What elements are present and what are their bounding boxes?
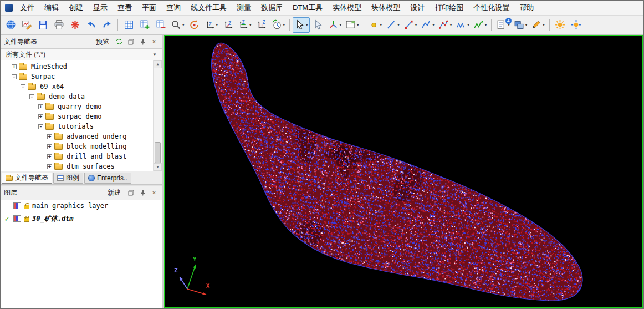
tree-expander[interactable]: +	[47, 134, 52, 139]
dropdown-arrow-icon[interactable]: ▾	[182, 23, 185, 27]
point-marker-button[interactable]: ▾	[367, 17, 384, 33]
dropdown-arrow-icon[interactable]: ▾	[380, 23, 382, 27]
tree-item-minesched[interactable]: +MineSched	[1, 62, 162, 72]
layer-check[interactable]: ✓	[3, 215, 11, 223]
menu-item-line-tools[interactable]: 线文件工具	[186, 1, 232, 15]
scroll-up-icon[interactable]: ▲	[154, 60, 162, 68]
viewport-layout-button[interactable]: ▾	[344, 17, 361, 33]
lock-icon[interactable]	[24, 205, 29, 209]
section-z-button[interactable]: Z▾	[236, 17, 253, 33]
tab-file-navigator[interactable]: 文件导航器	[2, 173, 52, 184]
dropdown-arrow-icon[interactable]: ▾	[467, 23, 469, 27]
pin-panel-icon[interactable]	[138, 189, 147, 197]
dropdown-arrow-icon[interactable]: ▾	[415, 23, 417, 27]
draw-pencil-button[interactable]: ▾	[529, 17, 546, 33]
tree-expander[interactable]: -	[38, 124, 43, 129]
tree-expander[interactable]: +	[38, 114, 43, 119]
dropdown-arrow-icon[interactable]: ▾	[432, 23, 435, 27]
menu-item-dtm-tools[interactable]: DTM工具	[288, 1, 328, 15]
menu-item-block-model[interactable]: 块体模型	[366, 1, 405, 15]
tree-item-69-x64[interactable]: -69_x64	[1, 82, 162, 92]
menu-item-customize[interactable]: 个性化设置	[468, 1, 514, 15]
renumber-string-button[interactable]: ▾	[472, 17, 489, 33]
graphics-viewport[interactable]: Y Z X	[164, 35, 643, 308]
preview-button[interactable]: 预览	[93, 37, 112, 47]
tree-expander[interactable]: -	[21, 84, 25, 89]
line-endpoints-button[interactable]: ▾	[402, 17, 419, 33]
lock-icon[interactable]	[24, 217, 29, 222]
redo-button[interactable]	[99, 17, 115, 33]
dropdown-arrow-icon[interactable]: ▾	[340, 23, 342, 27]
plot-edit-button[interactable]	[19, 17, 34, 33]
line-button[interactable]: ▾	[384, 17, 401, 33]
tab-enterprise[interactable]: Enterpris..	[84, 173, 131, 184]
menu-item-inquire[interactable]: 查询	[161, 1, 186, 15]
magnifier-button[interactable]: ▾	[169, 17, 186, 33]
tree-scrollbar[interactable]: ▲ ▼	[153, 60, 162, 171]
file-filter-dropdown[interactable]: 所有文件 (*.*) ▼	[1, 48, 162, 60]
layer-row-main-graphics[interactable]: main graphics layer	[1, 200, 162, 212]
dropdown-arrow-icon[interactable]: ▾	[525, 23, 528, 27]
dropdown-arrow-icon[interactable]: ▾	[357, 23, 359, 27]
tree-item-tutorials[interactable]: -tutorials	[1, 121, 162, 131]
dropdown-arrow-icon[interactable]: ▾	[450, 23, 452, 27]
menu-item-design[interactable]: 设计	[405, 1, 430, 15]
menu-item-database[interactable]: 数据库	[256, 1, 288, 15]
dropdown-arrow-icon[interactable]: ▾	[397, 23, 400, 27]
menu-item-help[interactable]: 帮助	[514, 1, 539, 15]
close-panel-icon[interactable]: ×	[150, 37, 159, 46]
tree-expander[interactable]: +	[47, 144, 52, 149]
select-cursor-button[interactable]: ▾	[293, 17, 310, 33]
notes-document-button[interactable]: 4▾	[494, 17, 512, 33]
menu-item-create[interactable]: 创建	[64, 1, 88, 15]
dropdown-arrow-icon[interactable]: ▾	[543, 23, 545, 27]
inquire-cursor-button[interactable]	[310, 17, 326, 33]
tree-expander[interactable]: -	[29, 94, 34, 99]
layer-row-orebody-dtm[interactable]: ✓ 30_矿体.dtm	[1, 212, 162, 225]
menu-item-survey[interactable]: 测量	[232, 1, 256, 15]
tree-item-surpac-demo[interactable]: +surpac_demo	[1, 112, 162, 121]
section-step-button[interactable]: Z	[254, 17, 269, 33]
tree-item-block-modelling[interactable]: +block_modelling	[1, 141, 162, 151]
model-canvas[interactable]	[165, 36, 642, 307]
menu-item-view[interactable]: 查看	[113, 1, 137, 15]
dropdown-arrow-icon[interactable]: ▾	[485, 23, 487, 27]
tree-item-drill-and-blast[interactable]: +drill_and_blast	[1, 151, 162, 161]
scroll-down-icon[interactable]: ▼	[154, 163, 162, 171]
scrollbar-thumb[interactable]	[155, 142, 161, 163]
close-panel-icon[interactable]: ×	[150, 189, 159, 197]
windows-cascade-button[interactable]: ▾	[512, 17, 529, 33]
tree-item-surpac[interactable]: -Surpac	[1, 72, 162, 82]
plane-z-up-button[interactable]: Z	[220, 17, 236, 33]
dropdown-arrow-icon[interactable]: ▾	[216, 23, 218, 27]
menu-item-solid-model[interactable]: 实体模型	[328, 1, 366, 15]
zoom-in-window-button[interactable]	[137, 17, 152, 33]
tree-expander[interactable]: +	[12, 64, 17, 69]
replay-button[interactable]: ▾	[270, 17, 287, 33]
palette-button[interactable]	[569, 17, 584, 33]
tree-expander[interactable]: -	[12, 74, 17, 79]
data-grid-button[interactable]	[121, 17, 136, 33]
menu-item-edit[interactable]: 编辑	[39, 1, 64, 15]
tree-item-advanced-underground[interactable]: +advanced_underg	[1, 131, 162, 141]
polyline-vertices-button[interactable]: ▾	[437, 17, 454, 33]
zigzag-line-button[interactable]: ▾	[454, 17, 471, 33]
zoom-out-window-button[interactable]	[153, 17, 168, 33]
print-button[interactable]	[51, 17, 67, 33]
plane-z-button[interactable]: Z▾	[203, 17, 220, 33]
tree-item-dtm-surfaces[interactable]: +dtm_surfaces	[1, 161, 162, 171]
dropdown-arrow-icon[interactable]: ▾	[249, 23, 252, 27]
reset-graphics-button[interactable]	[67, 17, 83, 33]
float-panel-icon[interactable]	[126, 37, 135, 46]
menu-item-file[interactable]: 文件	[15, 1, 39, 15]
tree-expander[interactable]: +	[47, 154, 52, 159]
polyline-button[interactable]: ▾	[419, 17, 436, 33]
undo-button[interactable]	[83, 17, 99, 33]
dropdown-arrow-icon[interactable]: ▾	[283, 23, 285, 27]
float-panel-icon[interactable]	[126, 189, 135, 197]
menu-item-display[interactable]: 显示	[88, 1, 113, 15]
settings-sun-button[interactable]	[553, 17, 568, 33]
rotate-view-button[interactable]	[187, 17, 202, 33]
dropdown-arrow-icon[interactable]: ▾	[306, 23, 308, 27]
tree-expander[interactable]: +	[47, 164, 52, 169]
